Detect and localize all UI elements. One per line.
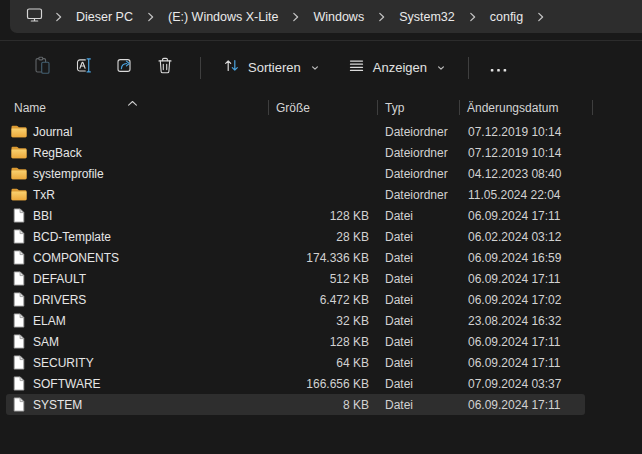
table-row[interactable]: COMPONENTS 174.336 KB Datei 06.09.2024 1…: [0, 247, 642, 268]
table-row[interactable]: TxR Dateiordner 11.05.2024 22:04: [0, 184, 642, 205]
file-type: Datei: [377, 356, 459, 370]
folder-icon: [10, 125, 27, 138]
table-row[interactable]: BCD-Template 28 KB Datei 06.02.2024 03:1…: [0, 226, 642, 247]
file-icon: [10, 250, 27, 265]
file-name: SOFTWARE: [33, 377, 101, 391]
table-row[interactable]: SYSTEM 8 KB Datei 06.09.2024 17:11: [0, 394, 642, 415]
more-icon: [490, 59, 507, 77]
file-name: SECURITY: [33, 356, 94, 370]
file-type: Dateiordner: [377, 146, 459, 160]
file-size: 64 KB: [268, 356, 377, 370]
sort-button[interactable]: Sortieren: [213, 51, 330, 85]
column-header-type[interactable]: Typ: [377, 94, 459, 121]
file-name: BBI: [33, 209, 52, 223]
chevron-down-icon: [310, 63, 320, 73]
table-row[interactable]: DRIVERS 6.472 KB Datei 06.09.2024 17:02: [0, 289, 642, 310]
file-icon: [10, 376, 27, 391]
file-modified: 23.08.2024 16:32: [459, 314, 592, 328]
file-type: Datei: [377, 398, 459, 412]
table-row[interactable]: SAM 128 KB Datei 06.09.2024 17:11: [0, 331, 642, 352]
column-header-name[interactable]: Name: [0, 94, 268, 121]
file-size: 28 KB: [268, 230, 377, 244]
file-modified: 07.09.2024 03:37: [459, 377, 592, 391]
chevron-right-icon: [377, 11, 386, 23]
file-modified: 06.09.2024 16:59: [459, 251, 592, 265]
file-size: 512 KB: [268, 272, 377, 286]
file-modified: 06.09.2024 17:11: [459, 272, 592, 286]
view-button-label: Anzeigen: [373, 60, 427, 75]
column-header-size[interactable]: Größe: [268, 94, 377, 121]
file-size: 8 KB: [268, 398, 377, 412]
column-header-row: Name Größe Typ Änderungsdatum: [0, 94, 642, 121]
column-header-spacer: [592, 94, 642, 121]
breadcrumb-item[interactable]: (E:) Windows X-Lite: [161, 6, 285, 28]
chevron-right-icon: [54, 11, 63, 23]
file-icon: [10, 334, 27, 349]
file-modified: 06.02.2024 03:12: [459, 230, 592, 244]
file-modified: 04.12.2023 08:40: [459, 167, 592, 181]
folder-icon: [10, 146, 27, 159]
file-type: Dateiordner: [377, 125, 459, 139]
breadcrumb-item[interactable]: config: [483, 6, 530, 28]
chevron-right-icon: [468, 11, 477, 23]
file-name: Journal: [33, 125, 72, 139]
sort-button-label: Sortieren: [248, 60, 301, 75]
this-pc-breadcrumb-button[interactable]: [20, 4, 48, 30]
more-options-button[interactable]: [481, 51, 517, 85]
share-button[interactable]: [106, 51, 142, 85]
file-type: Datei: [377, 230, 459, 244]
file-list: Journal Dateiordner 07.12.2019 10:14 Reg…: [0, 121, 642, 415]
table-row[interactable]: SECURITY 64 KB Datei 06.09.2024 17:11: [0, 352, 642, 373]
delete-icon: [156, 56, 174, 79]
file-name: DRIVERS: [33, 293, 86, 307]
file-size: 166.656 KB: [268, 377, 377, 391]
table-row[interactable]: DEFAULT 512 KB Datei 06.09.2024 17:11: [0, 268, 642, 289]
file-size: 6.472 KB: [268, 293, 377, 307]
address-bar-row: Dieser PC (E:) Windows X-Lite Windows Sy…: [0, 0, 642, 40]
sort-arrows-icon: [223, 57, 240, 78]
file-type: Datei: [377, 377, 459, 391]
column-header-modified[interactable]: Änderungsdatum: [459, 94, 592, 121]
rename-button[interactable]: [65, 51, 101, 85]
file-name: SAM: [33, 335, 59, 349]
toolbar-divider: [200, 57, 201, 79]
table-row[interactable]: ELAM 32 KB Datei 23.08.2024 16:32: [0, 310, 642, 331]
breadcrumb-item[interactable]: System32: [392, 6, 462, 28]
file-name: SYSTEM: [33, 398, 82, 412]
file-name: ELAM: [33, 314, 66, 328]
view-button[interactable]: Anzeigen: [338, 51, 456, 85]
file-icon: [10, 313, 27, 328]
paste-button[interactable]: [24, 51, 60, 85]
file-modified: 11.05.2024 22:04: [459, 188, 592, 202]
file-modified: 06.09.2024 17:11: [459, 209, 592, 223]
chevron-down-icon: [436, 63, 446, 73]
file-size: 32 KB: [268, 314, 377, 328]
breadcrumb-item[interactable]: Windows: [306, 6, 371, 28]
file-icon: [10, 208, 27, 223]
file-modified: 06.09.2024 17:11: [459, 398, 592, 412]
file-type: Datei: [377, 314, 459, 328]
file-type: Datei: [377, 251, 459, 265]
folder-icon: [10, 167, 27, 180]
file-type: Dateiordner: [377, 188, 459, 202]
file-size: 174.336 KB: [268, 251, 377, 265]
table-row[interactable]: Journal Dateiordner 07.12.2019 10:14: [0, 121, 642, 142]
file-modified: 07.12.2019 10:14: [459, 146, 592, 160]
file-name: COMPONENTS: [33, 251, 119, 265]
toolbar-divider: [468, 57, 469, 79]
file-name: BCD-Template: [33, 230, 111, 244]
paste-icon: [33, 56, 52, 79]
file-modified: 06.09.2024 17:11: [459, 335, 592, 349]
breadcrumb-item[interactable]: Dieser PC: [69, 6, 140, 28]
table-row[interactable]: BBI 128 KB Datei 06.09.2024 17:11: [0, 205, 642, 226]
table-row[interactable]: systemprofile Dateiordner 04.12.2023 08:…: [0, 163, 642, 184]
table-row[interactable]: RegBack Dateiordner 07.12.2019 10:14: [0, 142, 642, 163]
file-modified: 06.09.2024 17:02: [459, 293, 592, 307]
file-type: Datei: [377, 293, 459, 307]
chevron-right-icon[interactable]: [536, 11, 545, 23]
table-row[interactable]: SOFTWARE 166.656 KB Datei 07.09.2024 03:…: [0, 373, 642, 394]
file-type: Dateiordner: [377, 167, 459, 181]
file-modified: 07.12.2019 10:14: [459, 125, 592, 139]
delete-button[interactable]: [147, 51, 183, 85]
file-name: TxR: [33, 188, 55, 202]
